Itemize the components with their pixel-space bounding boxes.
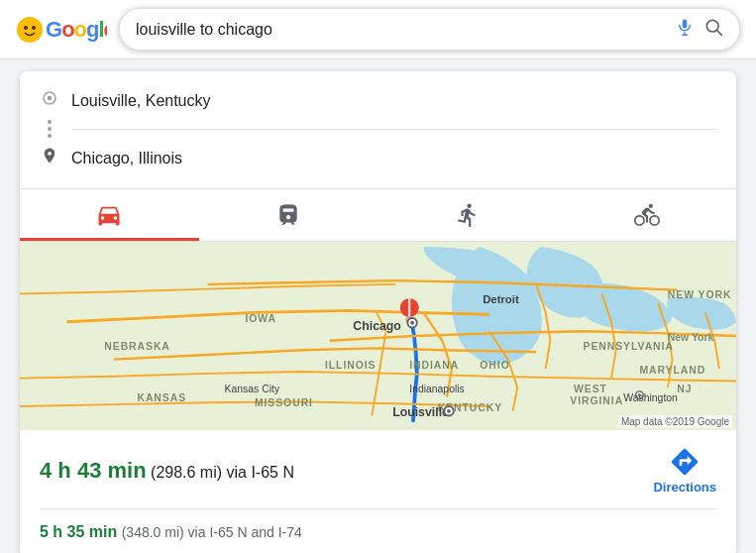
svg-text:NEW YORK: NEW YORK [668,289,732,300]
tab-walk[interactable] [378,189,558,241]
google-logo-svg: Google [16,15,107,45]
svg-text:IOWA: IOWA [245,313,276,324]
route-divider [71,129,716,130]
directions-label: Directions [653,480,716,495]
tab-bike[interactable] [557,189,736,241]
svg-point-2 [32,26,36,30]
svg-text:INDIANA: INDIANA [409,360,459,371]
svg-text:Louisville: Louisville [392,405,449,419]
secondary-result: 5 h 35 min (348.0 mi) via I-65 N and I-7… [40,508,716,541]
svg-point-1 [24,26,28,30]
svg-text:MARYLAND: MARYLAND [639,365,705,376]
search-bar[interactable] [119,8,740,51]
primary-result: 4 h 43 min (298.6 mi) via I-65 N Directi… [40,446,716,495]
search-icon[interactable] [703,17,723,42]
svg-text:Washington: Washington [623,392,678,403]
alt-details: (348.0 mi) via I-65 N and I-74 [122,524,302,540]
route-inputs: Louisville, Kentucky Chicago, Illinois [20,71,736,189]
tab-transit[interactable] [199,189,378,241]
svg-text:Google: Google [46,17,107,42]
svg-point-39 [447,409,451,413]
drive-icon [95,201,123,229]
alt-time: 5 h 35 min [40,523,117,540]
route-connector [40,118,59,140]
header: Google [0,0,756,59]
google-logo[interactable]: Google [16,15,107,45]
svg-text:WEST: WEST [574,384,607,394]
map-container[interactable]: NEBRASKA KANSAS MISSOURI IOWA ILLINOIS I… [20,242,736,430]
origin-icon [40,89,59,112]
svg-text:MISSOURI: MISSOURI [255,397,313,408]
map-svg: NEBRASKA KANSAS MISSOURI IOWA ILLINOIS I… [20,242,736,430]
origin-row: Louisville, Kentucky [40,83,716,118]
dot1 [48,120,52,124]
svg-text:Detroit: Detroit [483,293,519,305]
svg-text:Indianapolis: Indianapolis [409,384,465,394]
primary-result-text: 4 h 43 min (298.6 mi) via I-65 N [40,458,294,484]
svg-text:OHIO: OHIO [480,360,509,371]
svg-text:Kansas City: Kansas City [225,384,280,394]
svg-text:New York: New York [668,332,714,343]
svg-text:VIRGINIA: VIRGINIA [570,395,623,406]
svg-text:NEBRASKA: NEBRASKA [104,341,170,352]
transport-tabs [20,189,736,242]
origin-text: Louisville, Kentucky [71,92,716,110]
svg-text:NJ: NJ [677,384,692,394]
primary-details: (298.6 mi) via I-65 N [151,464,294,481]
svg-point-37 [410,321,414,325]
svg-point-11 [48,152,52,156]
microphone-icon[interactable] [676,18,694,41]
results-section: 4 h 43 min (298.6 mi) via I-65 N Directi… [20,430,736,553]
svg-rect-4 [683,20,688,29]
map-credit: Map data ©2019 Google [618,415,732,428]
svg-text:KANSAS: KANSAS [137,392,186,403]
svg-text:PENNSYLVANIA: PENNSYLVANIA [584,341,674,352]
svg-line-8 [717,31,722,36]
result-card: Louisville, Kentucky Chicago, Illinois [20,71,736,553]
dot2 [48,127,52,131]
destination-row: Chicago, Illinois [40,140,716,176]
svg-point-10 [48,96,53,101]
walk-icon [455,202,481,228]
destination-text: Chicago, Illinois [71,150,716,167]
main-content: Louisville, Kentucky Chicago, Illinois [0,59,756,553]
svg-text:ILLINOIS: ILLINOIS [325,360,377,371]
bike-icon [634,202,660,228]
transit-icon [275,202,301,228]
dot3 [48,134,52,138]
directions-button[interactable]: Directions [653,446,716,495]
search-input[interactable] [136,21,668,39]
primary-time: 4 h 43 min [40,458,147,483]
svg-point-41 [638,393,641,396]
svg-text:Chicago: Chicago [353,319,401,333]
directions-icon [669,446,701,478]
tab-drive[interactable] [20,189,199,241]
destination-icon [40,146,59,170]
svg-point-0 [17,17,43,43]
